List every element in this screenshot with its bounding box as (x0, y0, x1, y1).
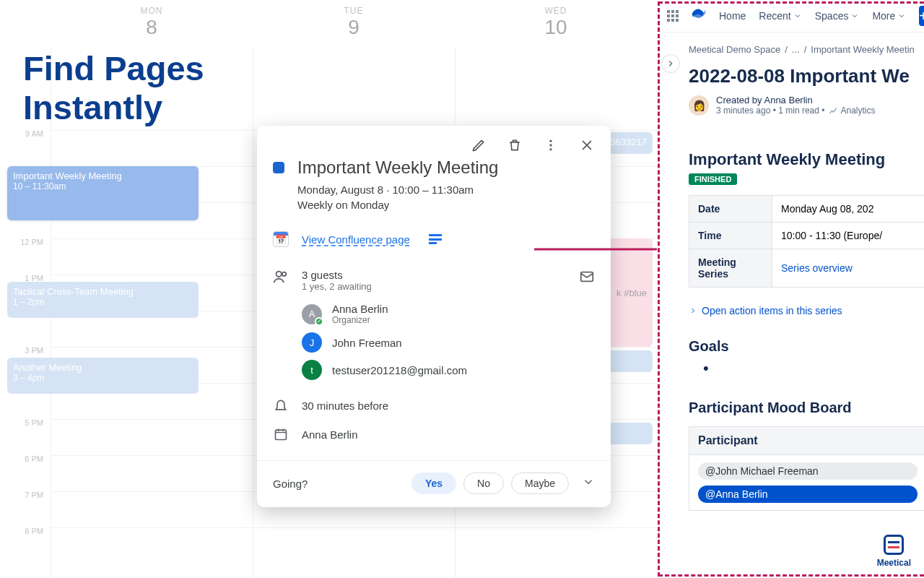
day-header-wed: WED 10 (455, 0, 657, 47)
rsvp-no-button[interactable]: No (463, 473, 504, 494)
edit-icon[interactable] (469, 136, 488, 155)
calendar-owner: Anna Berlin (302, 428, 358, 441)
event-datetime: Monday, August 8 · 10:00 – 11:30am (273, 184, 595, 196)
page-meta: 3 minutes ago • 1 min read • (716, 105, 824, 116)
hour-label: 6 PM (0, 454, 51, 491)
bullet-point: • (703, 359, 924, 378)
day-header-mon: MON 8 (51, 0, 253, 47)
rsvp-chevron-down-icon[interactable] (582, 475, 595, 491)
rsvp-maybe-button[interactable]: Maybe (511, 473, 569, 494)
svg-point-3 (276, 272, 282, 277)
rsvp-yes-button[interactable]: Yes (411, 473, 456, 494)
svg-rect-6 (276, 430, 287, 439)
more-vert-icon[interactable] (541, 136, 560, 155)
table-cell: 10:00 - 11:30 (Europe/ (772, 223, 925, 249)
hour-label: 12 PM (0, 238, 51, 274)
author-line: Created by Anna Berlin (716, 95, 876, 105)
collapse-sidebar-icon[interactable] (661, 54, 680, 73)
series-link[interactable]: Series overview (781, 262, 853, 274)
event-important-weekly[interactable]: Important Weekly Meeting 10 – 11:30am (7, 166, 199, 220)
guest-row[interactable]: J John Freeman (302, 329, 566, 356)
nav-home[interactable]: Home (719, 10, 746, 22)
guest-row[interactable]: A✓ Anna BerlinOrganizer (302, 299, 566, 329)
breadcrumb[interactable]: Meetical Demo Space/ .../ Important Week… (689, 44, 924, 55)
analytics-link[interactable]: Analytics (829, 105, 875, 116)
view-confluence-link[interactable]: View Confluence page (302, 233, 410, 246)
hour-label: 7 PM (0, 491, 51, 527)
app-switcher-icon[interactable] (667, 10, 679, 22)
marketing-headline: Find Pages Instantly (23, 49, 204, 127)
create-button[interactable]: + (919, 6, 924, 26)
calendar-icon (273, 427, 289, 441)
goals-heading: Goals (689, 338, 924, 355)
hour-label: 9 AM (0, 129, 51, 165)
mention-pill[interactable]: @John Michael Freeman (698, 462, 918, 480)
people-icon (273, 269, 289, 285)
mood-head: Participant (689, 427, 924, 455)
guests-count: 3 guests (302, 269, 566, 281)
event-title: Important Weekly Meeting (297, 158, 498, 178)
event-color-swatch (273, 162, 284, 173)
going-label: Going? (273, 478, 308, 490)
reminder-text: 30 minutes before (302, 400, 388, 412)
mood-board-table: Participant @John Michael Freeman @Anna … (689, 426, 924, 511)
event-popover: Important Weekly Meeting Monday, August … (257, 126, 611, 507)
svg-point-0 (549, 140, 552, 142)
meetical-brand: Meetical (877, 535, 911, 568)
confluence-nav: Home Recent Spaces More + (657, 0, 924, 33)
meetical-brand-icon (884, 535, 904, 555)
section-title: Important Weekly Meeting (689, 150, 924, 169)
page-title: 2022-08-08 Important We (689, 65, 924, 87)
svg-point-2 (549, 148, 552, 150)
guests-status: 1 yes, 2 awaiting (302, 281, 566, 292)
table-cell: Monday Aug 08, 202 (772, 196, 925, 223)
status-badge: FINISHED (689, 173, 737, 185)
close-icon[interactable] (578, 136, 596, 155)
hour-label: 5 PM (0, 418, 51, 454)
svg-point-4 (282, 272, 287, 277)
delete-icon[interactable] (505, 136, 524, 155)
bell-icon (273, 398, 289, 413)
event-another[interactable]: Another Meeting 3 – 4pm (7, 358, 199, 394)
hour-label: 8 PM (0, 527, 51, 563)
check-icon: ✓ (315, 317, 323, 326)
nav-spaces[interactable]: Spaces (815, 10, 860, 22)
nav-recent[interactable]: Recent (759, 10, 801, 22)
meetical-icon: 📅 (273, 231, 289, 247)
day-header-tue: TUE 9 (253, 0, 455, 47)
guest-row[interactable]: t testuser201218@gmail.com (302, 356, 566, 384)
author-avatar[interactable]: 👩 (689, 95, 709, 116)
nav-more[interactable]: More (872, 10, 906, 22)
email-guests-icon[interactable] (579, 269, 595, 285)
confluence-logo-icon[interactable] (692, 7, 706, 25)
mention-pill-self[interactable]: @Anna Berlin (698, 486, 918, 503)
event-recurrence: Weekly on Monday (273, 199, 595, 211)
open-action-items-link[interactable]: Open action items in this series (689, 305, 924, 316)
notes-icon[interactable] (429, 234, 442, 244)
svg-point-1 (549, 144, 552, 146)
mood-heading: Participant Mood Board (689, 400, 924, 416)
event-tactical[interactable]: Tactical Cross-Team Meeting 1 – 2pm (7, 282, 199, 318)
meeting-info-table: DateMonday Aug 08, 202 Time10:00 - 11:30… (689, 195, 924, 288)
confluence-panel: Home Recent Spaces More + Meetical Demo … (657, 0, 924, 578)
